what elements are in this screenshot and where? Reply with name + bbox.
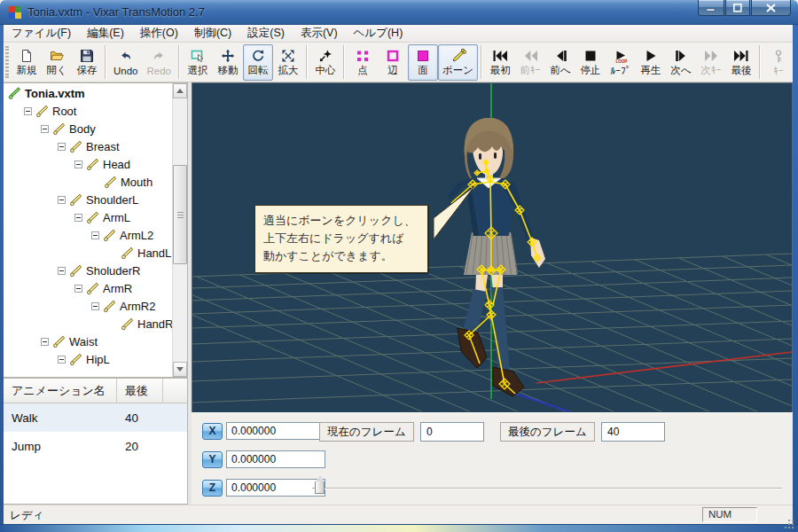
axis-x-field[interactable]	[226, 422, 325, 440]
toolbar-button-rotate[interactable]: 回転	[243, 44, 273, 81]
toolbar-button-next[interactable]: 次へ	[666, 44, 696, 81]
bone-icon	[450, 48, 466, 63]
tree-expander[interactable]	[41, 338, 49, 346]
toolbar-button-label: 再生	[641, 64, 661, 77]
animation-list-header[interactable]: アニメーション名 最後	[4, 379, 187, 403]
bone-icon	[103, 175, 118, 189]
tree-item-root[interactable]: Root	[4, 102, 172, 120]
toolbar-button-label: 中心	[316, 64, 336, 77]
axis-y-button[interactable]: Y	[202, 451, 223, 468]
toolbar-button-move[interactable]: 移動	[213, 44, 243, 81]
toolbar-button-new[interactable]: 新規	[12, 44, 42, 81]
tree-item-hipl[interactable]: HipL	[4, 350, 172, 368]
menu-control[interactable]: 制御(C)	[186, 24, 239, 43]
menu-edit[interactable]: 編集(E)	[79, 24, 132, 43]
scroll-down-button[interactable]	[173, 362, 187, 377]
toolbar-button-scale[interactable]: 拡大	[273, 44, 303, 81]
tree-item-handl[interactable]: HandL	[4, 244, 172, 262]
tree-item-tonia-vxtm[interactable]: Tonia.vxtm	[4, 84, 172, 102]
titlebar[interactable]: Tonia.vxtm - Vixar TransMotion 2.7	[0, 0, 798, 25]
minimize-button[interactable]	[698, 0, 724, 16]
menu-settings[interactable]: 設定(S)	[239, 24, 293, 43]
toolbar-button-edge[interactable]: 辺	[378, 44, 408, 81]
tree-item-arml[interactable]: ArmL	[4, 208, 172, 226]
toolbar-button-last[interactable]: 最後	[726, 44, 756, 81]
tree-item-armr2[interactable]: ArmR2	[4, 297, 172, 315]
open-folder-icon	[50, 48, 64, 63]
resize-grip-icon[interactable]	[788, 520, 790, 521]
scrollbar-thumb[interactable]	[173, 165, 187, 264]
toolbar-button-save[interactable]: 保存	[72, 44, 102, 81]
toolbar-button-center[interactable]: 中心	[310, 44, 340, 81]
maximize-button[interactable]	[725, 0, 750, 16]
window-border-bottom	[0, 524, 798, 532]
tree-expander[interactable]	[58, 267, 66, 275]
toolbar-button-label: Redo	[147, 66, 172, 76]
tree-expander[interactable]	[58, 143, 66, 151]
menu-operation[interactable]: 操作(O)	[132, 24, 186, 43]
tree-expander[interactable]	[91, 302, 99, 310]
tree-expander[interactable]	[41, 125, 49, 133]
scroll-up-button[interactable]	[173, 83, 187, 98]
toolbar-button-undo[interactable]: Undo	[109, 44, 143, 81]
menu-file[interactable]: ファイル(F)	[4, 24, 79, 43]
hint-line: 上下左右にドラッグすれば	[263, 230, 419, 247]
tree-item-label: Mouth	[121, 176, 153, 189]
toolbar-button-stop[interactable]: 停止	[575, 44, 606, 81]
toolbar-button-play[interactable]: 再生	[636, 44, 666, 81]
tree-expander[interactable]	[74, 214, 82, 222]
toolbar-button-vertex[interactable]: 点	[348, 44, 378, 81]
tree-item-handr[interactable]: HandR	[4, 315, 172, 332]
tree-item-label: HandL	[137, 246, 171, 260]
minus-icon	[59, 270, 64, 271]
tree-item-sholuderr[interactable]: SholuderR	[4, 262, 172, 279]
axis-row-x: X	[202, 422, 325, 440]
tree-item-armr[interactable]: ArmR	[4, 279, 172, 297]
toolbar-separator	[105, 45, 106, 79]
frame-slider-track[interactable]	[312, 488, 782, 489]
tree-item-head[interactable]: Head	[4, 155, 172, 173]
toolbar-button-label: 開く	[46, 64, 66, 77]
animation-row-walk[interactable]: Walk40	[4, 403, 187, 432]
tree-scrollbar[interactable]	[172, 83, 187, 377]
last-frame-field[interactable]	[601, 422, 665, 442]
menu-view[interactable]: 表示(V)	[293, 24, 346, 43]
close-button[interactable]	[751, 0, 791, 16]
axis-x-button[interactable]: X	[202, 423, 223, 440]
tree-item-shoulderl[interactable]: ShoulderL	[4, 191, 172, 208]
toolbar-button-open[interactable]: 開く	[42, 44, 72, 81]
tree-item-waist[interactable]: Waist	[4, 332, 172, 350]
tree-expander[interactable]	[91, 231, 99, 239]
tree-item-arml2[interactable]: ArmL2	[4, 226, 172, 244]
column-last-frame[interactable]: 最後	[117, 379, 163, 403]
minus-icon	[76, 164, 81, 165]
toolbar-button-prev[interactable]: 前へ	[545, 44, 575, 81]
toolbar-grip-icon[interactable]	[5, 46, 9, 78]
toolbar-button-loop[interactable]: LOOPﾙｰﾌﾟ	[606, 44, 636, 81]
vertex-dots-icon	[356, 48, 370, 63]
current-frame-field[interactable]	[420, 422, 484, 442]
axis-z-field[interactable]	[226, 479, 325, 497]
bone-icon	[85, 157, 100, 171]
tree-expander[interactable]	[58, 356, 66, 364]
toolbar-button-face[interactable]: 面	[408, 44, 438, 81]
animation-row-jump[interactable]: Jump20	[4, 432, 187, 460]
tree-item-body[interactable]: Body	[4, 120, 172, 137]
frame-slider-thumb[interactable]	[315, 475, 325, 494]
axis-y-field[interactable]	[226, 450, 325, 468]
tree-item-breast[interactable]: Breast	[4, 137, 172, 155]
tree-item-mouth[interactable]: Mouth	[4, 173, 172, 191]
toolbar-button-select[interactable]: 選択	[183, 44, 213, 81]
toolbar-button-first[interactable]: 最初	[485, 44, 515, 81]
tree-expander[interactable]	[74, 160, 82, 168]
tree-expander[interactable]	[58, 196, 66, 204]
tree-expander[interactable]	[74, 285, 82, 293]
tree-expander[interactable]	[24, 107, 32, 115]
app-icon	[8, 5, 22, 20]
axis-z-button[interactable]: Z	[202, 480, 223, 497]
menu-help[interactable]: ヘルプ(H)	[346, 24, 411, 43]
toolbar-button-label: 選択	[188, 64, 208, 77]
toolbar-button-bone[interactable]: ボーン	[438, 44, 478, 81]
column-animation-name[interactable]: アニメーション名	[4, 379, 117, 403]
viewport-3d[interactable]: 適当にボーンをクリックし、 上下左右にドラッグすれば 動かすことができます。	[192, 82, 793, 412]
